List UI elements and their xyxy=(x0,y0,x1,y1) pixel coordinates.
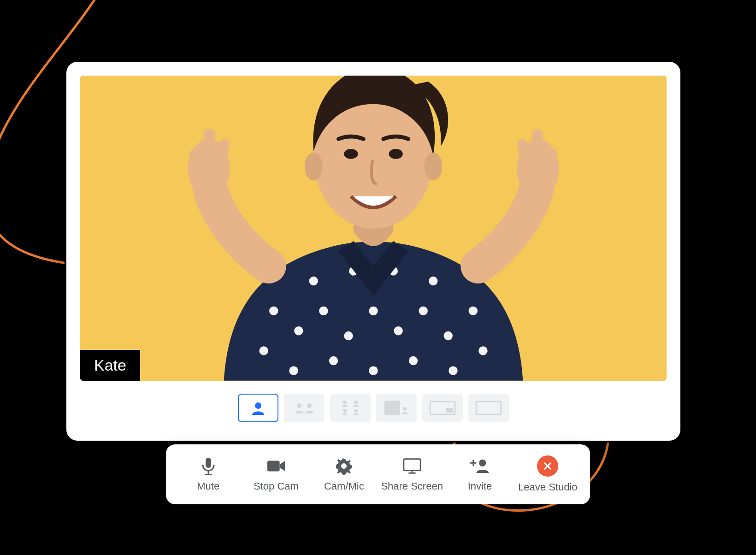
stop-cam-button[interactable]: Stop Cam xyxy=(242,444,310,504)
share-screen-label: Share Screen xyxy=(381,480,443,492)
svg-point-53 xyxy=(479,460,486,466)
svg-point-7 xyxy=(443,331,452,340)
svg-rect-45 xyxy=(206,458,211,468)
microphone-icon xyxy=(199,456,218,476)
screen-small-icon xyxy=(429,400,456,416)
layout-option-pip[interactable] xyxy=(376,394,417,422)
svg-point-35 xyxy=(307,403,312,408)
svg-point-21 xyxy=(305,153,323,181)
svg-point-6 xyxy=(419,307,427,315)
mute-label: Mute xyxy=(197,480,219,492)
svg-point-49 xyxy=(341,463,347,469)
svg-point-12 xyxy=(369,366,378,375)
svg-point-14 xyxy=(449,366,457,375)
video-window: Kate xyxy=(65,60,682,443)
svg-point-16 xyxy=(309,277,318,285)
svg-rect-48 xyxy=(267,461,280,472)
stop-cam-label: Stop Cam xyxy=(254,480,299,492)
svg-point-41 xyxy=(403,407,407,411)
fullscreen-icon xyxy=(475,400,502,416)
svg-rect-47 xyxy=(205,474,212,475)
pip-icon xyxy=(384,400,409,416)
close-icon xyxy=(537,455,558,477)
svg-rect-43 xyxy=(446,408,453,413)
person-icon xyxy=(250,401,266,415)
layout-option-fullscreen[interactable] xyxy=(468,394,509,422)
layout-selector xyxy=(80,381,667,427)
add-person-icon xyxy=(470,456,490,476)
leave-studio-button[interactable]: Leave Studio xyxy=(514,444,582,504)
svg-rect-46 xyxy=(207,471,209,474)
control-toolbar: Mute Stop Cam Cam/Mic Share Screen Invit… xyxy=(166,444,590,504)
svg-point-19 xyxy=(429,277,437,285)
monitor-icon xyxy=(402,456,422,476)
cam-mic-button[interactable]: Cam/Mic xyxy=(310,444,378,504)
svg-rect-26 xyxy=(204,129,215,164)
svg-point-11 xyxy=(329,356,338,365)
participant-name-chip: Kate xyxy=(80,350,140,381)
mute-button[interactable]: Mute xyxy=(174,444,242,504)
invite-label: Invite xyxy=(468,480,492,492)
svg-point-13 xyxy=(409,356,418,365)
svg-point-33 xyxy=(255,402,261,409)
svg-point-10 xyxy=(289,366,298,375)
video-feed: Kate xyxy=(80,76,667,381)
svg-point-3 xyxy=(344,331,353,340)
camera-icon xyxy=(266,456,286,476)
svg-point-1 xyxy=(294,326,303,335)
svg-point-22 xyxy=(424,153,442,181)
grid-persons-icon xyxy=(339,400,362,416)
svg-point-15 xyxy=(478,346,487,355)
layout-option-two[interactable] xyxy=(284,394,325,422)
svg-point-38 xyxy=(343,409,347,413)
participant-name: Kate xyxy=(94,356,126,374)
svg-point-8 xyxy=(469,307,478,315)
svg-point-24 xyxy=(389,149,403,159)
leave-label: Leave Studio xyxy=(518,481,577,493)
layout-option-grid[interactable] xyxy=(330,394,371,422)
layout-option-screen-small[interactable] xyxy=(422,394,463,422)
svg-point-0 xyxy=(269,307,278,315)
svg-rect-40 xyxy=(384,401,400,415)
svg-point-39 xyxy=(354,409,358,413)
participant-video xyxy=(124,76,622,381)
svg-point-23 xyxy=(344,149,358,159)
invite-button[interactable]: Invite xyxy=(446,444,514,504)
svg-point-9 xyxy=(259,346,268,355)
share-screen-button[interactable]: Share Screen xyxy=(378,444,446,504)
svg-point-5 xyxy=(394,326,402,335)
svg-rect-50 xyxy=(404,459,420,471)
svg-point-2 xyxy=(319,307,328,315)
svg-point-37 xyxy=(354,401,358,404)
gear-icon xyxy=(334,456,354,476)
two-persons-icon xyxy=(293,401,316,414)
svg-point-36 xyxy=(343,401,347,404)
svg-point-4 xyxy=(369,307,378,315)
layout-option-single[interactable] xyxy=(238,394,278,422)
svg-point-34 xyxy=(297,403,301,408)
svg-rect-44 xyxy=(476,401,501,414)
svg-rect-30 xyxy=(532,129,543,164)
cam-mic-label: Cam/Mic xyxy=(324,480,364,492)
